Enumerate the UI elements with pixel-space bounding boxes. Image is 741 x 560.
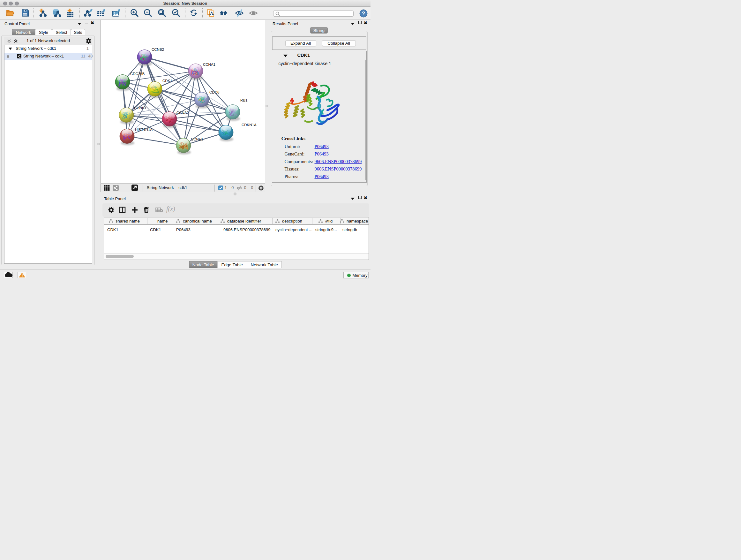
svg-text:CDC6: CDC6 — [209, 90, 219, 94]
svg-text:CCNA2: CCNA2 — [177, 111, 189, 115]
svg-text:HIST1H1A: HIST1H1A — [135, 128, 152, 132]
svg-text:CCNB2: CCNB2 — [151, 48, 164, 51]
svg-text:CDK1: CDK1 — [162, 79, 172, 83]
svg-text:CDC25B: CDC25B — [130, 72, 145, 76]
svg-text:CDKN1A: CDKN1A — [242, 123, 257, 127]
svg-text:RB1: RB1 — [240, 98, 247, 102]
svg-text:CCNA1: CCNA1 — [203, 63, 215, 66]
svg-text:CCNE1: CCNE1 — [191, 137, 203, 141]
svg-text:CCNB1: CCNB1 — [134, 106, 146, 110]
svg-text:?: ? — [362, 10, 365, 17]
